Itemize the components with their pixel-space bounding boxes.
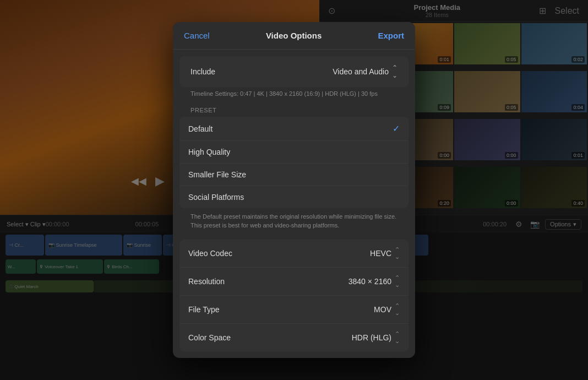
color-space-spinner-icon: ⌃⌄	[395, 330, 400, 345]
file-type-label: File Type	[188, 305, 220, 314]
resolution-value: 3840 × 2160	[349, 277, 391, 286]
options-section: Video Codec HEVC ⌃⌄ Resolution 3840 × 21…	[179, 240, 409, 351]
preset-section-label: PRESET	[179, 102, 409, 117]
color-space-value-group[interactable]: HDR (HLG) ⌃⌄	[352, 330, 400, 345]
modal-title: Video Options	[266, 31, 322, 40]
preset-item-high-quality[interactable]: High Quality	[179, 141, 409, 164]
include-value-text: Video and Audio	[333, 67, 389, 76]
preset-list: Default ✓ High Quality Smaller File Size…	[179, 117, 409, 208]
video-codec-label: Video Codec	[188, 249, 232, 258]
preset-item-default[interactable]: Default ✓	[179, 117, 409, 141]
file-type-value: MOV	[374, 305, 391, 314]
preset-name-social-platforms: Social Platforms	[188, 193, 244, 202]
resolution-spinner-icon: ⌃⌄	[395, 274, 400, 289]
include-chevron-icon: ⌃⌄	[392, 64, 398, 79]
preset-item-social-platforms[interactable]: Social Platforms	[179, 186, 409, 208]
modal-header: Cancel Video Options Export	[173, 22, 415, 50]
color-space-value: HDR (HLG)	[352, 333, 391, 342]
export-button[interactable]: Export	[378, 31, 404, 40]
preset-check-default: ✓	[393, 123, 400, 134]
video-codec-value: HEVC	[370, 249, 391, 258]
file-type-value-group[interactable]: MOV ⌃⌄	[374, 302, 400, 317]
include-value-group[interactable]: Video and Audio ⌃⌄	[333, 64, 398, 79]
preset-description: The Default preset maintains the origina…	[179, 208, 409, 235]
modal-overlay: Cancel Video Options Export Include Vide…	[0, 0, 588, 380]
timeline-settings-info: Timeline Settings: 0:47 | 4K | 3840 x 21…	[179, 87, 409, 102]
video-codec-row[interactable]: Video Codec HEVC ⌃⌄	[179, 240, 409, 268]
file-type-spinner-icon: ⌃⌄	[395, 302, 400, 317]
video-codec-spinner-icon: ⌃⌄	[395, 246, 400, 260]
video-options-modal: Cancel Video Options Export Include Vide…	[173, 22, 415, 358]
preset-name-default: Default	[188, 124, 213, 133]
include-row[interactable]: Include Video and Audio ⌃⌄	[179, 56, 409, 87]
preset-name-smaller-file: Smaller File Size	[188, 170, 246, 179]
include-label: Include	[190, 67, 215, 76]
video-codec-value-group[interactable]: HEVC ⌃⌄	[370, 246, 400, 260]
file-type-row[interactable]: File Type MOV ⌃⌄	[179, 296, 409, 324]
preset-item-smaller-file[interactable]: Smaller File Size	[179, 164, 409, 186]
resolution-value-group[interactable]: 3840 × 2160 ⌃⌄	[349, 274, 400, 289]
resolution-label: Resolution	[188, 277, 225, 286]
resolution-row[interactable]: Resolution 3840 × 2160 ⌃⌄	[179, 268, 409, 296]
preset-name-high-quality: High Quality	[188, 148, 230, 156]
color-space-row[interactable]: Color Space HDR (HLG) ⌃⌄	[179, 324, 409, 351]
modal-body: Include Video and Audio ⌃⌄ Timeline Sett…	[173, 56, 415, 351]
color-space-label: Color Space	[188, 333, 231, 342]
cancel-button[interactable]: Cancel	[184, 31, 210, 40]
